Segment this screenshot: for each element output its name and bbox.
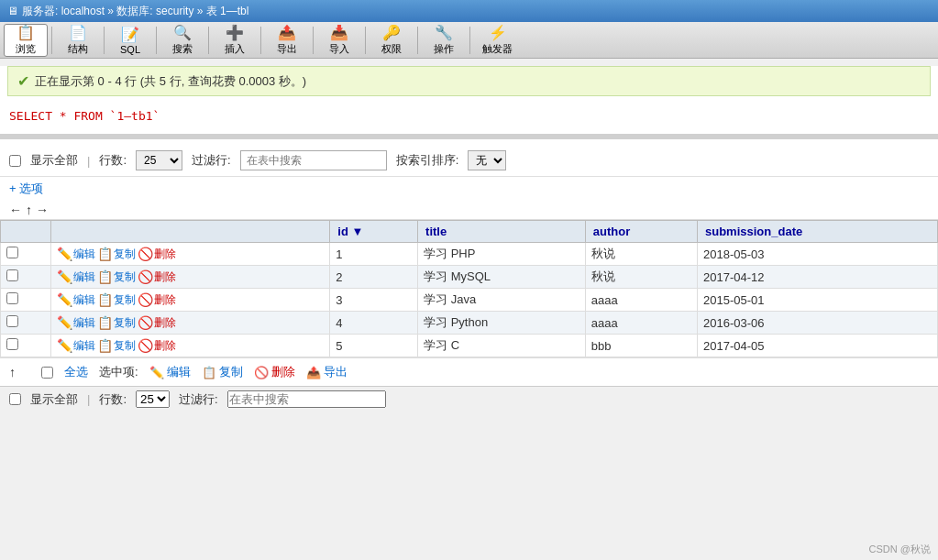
bottom-sep: | (87, 392, 90, 406)
selected-label: 选中项: (99, 364, 138, 380)
bottom-delete-button[interactable]: 🚫 删除 (254, 364, 295, 380)
select-all-label: 全选 (64, 364, 88, 380)
edit-label-2: 编辑 (73, 292, 95, 308)
col-id[interactable]: id ▼ (330, 221, 418, 243)
copy-icon-0: 📋 (97, 247, 113, 261)
sort-select[interactable]: 无 (468, 150, 506, 170)
copy-link-3[interactable]: 📋 复制 (97, 315, 136, 331)
sep-7 (365, 27, 366, 54)
trigger-button[interactable]: ⚡ 触发器 (474, 24, 521, 57)
nav-right-arrow[interactable]: → (36, 203, 49, 217)
delete-link-0[interactable]: 🚫 删除 (138, 247, 176, 262)
bottom-show-all-checkbox[interactable] (9, 393, 21, 405)
bottom-copy-icon: 📋 (202, 366, 216, 379)
search-button[interactable]: 🔍 搜索 (160, 24, 204, 57)
rights-label: 权限 (381, 42, 402, 56)
delete-link-3[interactable]: 🚫 删除 (138, 315, 176, 331)
row-check-0[interactable] (6, 247, 18, 258)
options-row[interactable]: + 选项 (0, 177, 938, 201)
delete-icon-4: 🚫 (138, 338, 153, 353)
row-date-4: 2017-04-05 (698, 335, 938, 357)
export-button[interactable]: 📤 导出 (265, 24, 309, 57)
sep-6 (313, 27, 314, 54)
delete-label-3: 删除 (154, 315, 176, 331)
bottom-filter-label: 过滤行: (179, 391, 218, 408)
status-bar: ✔ 正在显示第 0 - 4 行 (共 5 行, 查询花费 0.0003 秒。) (7, 66, 931, 96)
delete-link-4[interactable]: 🚫 删除 (138, 338, 176, 354)
operate-button[interactable]: 🔧 操作 (422, 24, 466, 57)
filter-sep-1: | (87, 154, 90, 168)
sep-1 (51, 27, 52, 54)
delete-icon-2: 🚫 (138, 292, 153, 307)
delete-link-2[interactable]: 🚫 删除 (138, 292, 176, 308)
edit-icon-0: ✏️ (57, 247, 72, 261)
copy-link-1[interactable]: 📋 复制 (97, 269, 136, 285)
edit-link-1[interactable]: ✏️ 编辑 (57, 269, 95, 285)
sep-3 (156, 27, 157, 54)
row-count-select[interactable]: 25 50 100 (136, 150, 182, 170)
row-checkbox-3[interactable] (1, 312, 51, 335)
structure-button[interactable]: 📄 结构 (56, 24, 100, 57)
row-count-label: 行数: (99, 152, 127, 169)
row-check-2[interactable] (6, 292, 18, 304)
bottom-row-count-select[interactable]: 25 (136, 390, 170, 408)
bottom-edit-button[interactable]: ✏️ 编辑 (149, 364, 191, 380)
col-title[interactable]: title (418, 221, 586, 243)
row-author-0: 秋说 (585, 243, 697, 266)
structure-label: 结构 (68, 42, 88, 56)
edit-link-2[interactable]: ✏️ 编辑 (57, 292, 95, 308)
col-checkbox (1, 221, 51, 243)
nav-up-arrow[interactable]: ↑ (26, 203, 32, 217)
search-icon: 🔍 (173, 24, 192, 41)
data-table: id ▼ title author submission_date ✏️ 编辑 (0, 220, 938, 357)
row-id-4: 5 (330, 335, 418, 357)
select-all-checkbox[interactable] (41, 367, 53, 379)
filter-label: 过滤行: (192, 152, 231, 169)
browse-label: 浏览 (16, 42, 36, 56)
delete-link-1[interactable]: 🚫 删除 (138, 269, 176, 285)
filter-input[interactable] (240, 150, 387, 170)
show-all-checkbox[interactable] (9, 155, 21, 167)
table-row: ✏️ 编辑 📋 复制 🚫 删除 2 学习 MySQL 秋说 2017-04-12 (1, 266, 938, 289)
row-id-2: 3 (330, 289, 418, 312)
col-author[interactable]: author (585, 221, 697, 243)
breadcrumb-text: 服务器: localhost » 数据库: security » 表 1—tbl (22, 4, 248, 19)
edit-link-0[interactable]: ✏️ 编辑 (57, 247, 95, 262)
edit-link-3[interactable]: ✏️ 编辑 (57, 315, 95, 331)
browse-icon: 📋 (17, 24, 35, 41)
bottom-arrow-left[interactable]: ↑ (9, 365, 16, 379)
delete-label-2: 删除 (154, 292, 176, 308)
row-id-0: 1 (330, 243, 418, 266)
copy-link-2[interactable]: 📋 复制 (97, 292, 136, 308)
row-check-4[interactable] (6, 338, 18, 350)
bottom-edit-label: 编辑 (167, 364, 191, 380)
row-checkbox-1[interactable] (1, 266, 51, 289)
nav-left-arrow[interactable]: ← (9, 203, 22, 217)
sql-button[interactable]: 📝 SQL (108, 24, 152, 57)
browse-button[interactable]: 📋 浏览 (4, 24, 48, 57)
row-checkbox-4[interactable] (1, 335, 51, 357)
insert-icon: ➕ (226, 24, 244, 41)
copy-link-0[interactable]: 📋 复制 (97, 247, 136, 262)
bottom-show-all-label: 显示全部 (30, 391, 78, 408)
import-button[interactable]: 📥 导入 (317, 24, 361, 57)
row-check-1[interactable] (6, 269, 18, 281)
row-checkbox-2[interactable] (1, 289, 51, 312)
bottom-export-button[interactable]: 📤 导出 (306, 364, 348, 380)
bottom-filter-input[interactable] (227, 390, 386, 408)
sql-label: SQL (120, 44, 140, 55)
sql-text: SELECT * FROM `1—tb1` (9, 109, 160, 123)
bottom-copy-button[interactable]: 📋 复制 (202, 364, 243, 380)
row-actions-0: ✏️ 编辑 📋 复制 🚫 删除 (51, 243, 330, 266)
col-submission-date[interactable]: submission_date (698, 221, 938, 243)
data-table-wrapper: id ▼ title author submission_date ✏️ 编辑 (0, 220, 938, 357)
row-checkbox-0[interactable] (1, 243, 51, 266)
search-label: 搜索 (172, 42, 193, 56)
rights-button[interactable]: 🔑 权限 (370, 24, 414, 57)
edit-link-4[interactable]: ✏️ 编辑 (57, 338, 95, 354)
insert-button[interactable]: ➕ 插入 (213, 24, 257, 57)
copy-link-4[interactable]: 📋 复制 (97, 338, 136, 354)
col-actions (51, 221, 330, 243)
row-check-3[interactable] (6, 315, 18, 327)
table-row: ✏️ 编辑 📋 复制 🚫 删除 3 学习 Java aaaa 2015-05-0… (1, 289, 938, 312)
